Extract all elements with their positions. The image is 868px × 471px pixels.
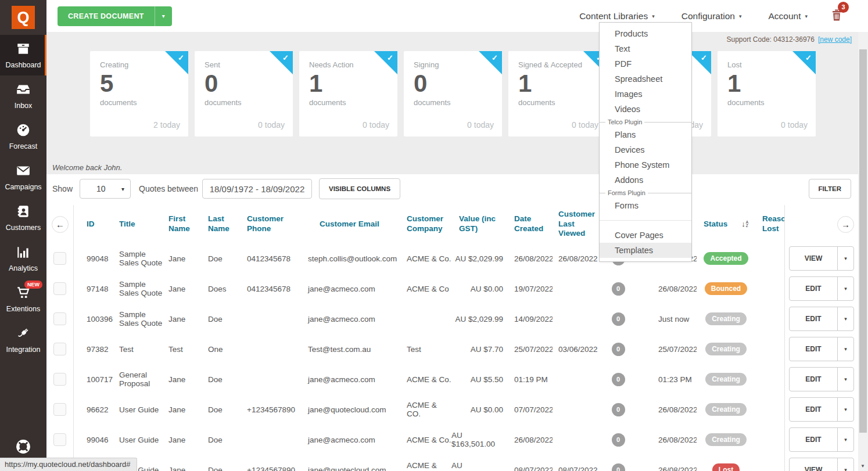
date-range-input[interactable] — [202, 179, 312, 199]
page-size-select[interactable]: 10 ▾ — [80, 179, 131, 199]
quotecloud-logo[interactable]: Q — [12, 6, 35, 29]
sidebar-item-customers[interactable]: Customers — [0, 197, 46, 238]
filter-button[interactable]: FILTER — [809, 179, 851, 199]
action-caret-icon[interactable]: ▾ — [838, 368, 853, 391]
vertical-scrollbar[interactable]: ▼ — [858, 32, 868, 471]
row-checkbox[interactable] — [53, 343, 66, 355]
card-today-count: 2 today — [153, 120, 180, 130]
row-checkbox[interactable] — [53, 252, 66, 265]
status-badge: Bounced — [705, 282, 747, 295]
action-caret-icon[interactable]: ▾ — [838, 337, 853, 361]
sidebar-item-campaigns[interactable]: Campaigns — [0, 157, 46, 197]
menu-item-plans[interactable]: Plans — [600, 127, 691, 142]
action-caret-icon[interactable]: ▾ — [838, 398, 853, 421]
action-caret-icon[interactable]: ▾ — [838, 307, 853, 330]
status-card-signed-accepted[interactable]: ✓Signed & Accepted1documents0 today — [508, 51, 607, 136]
menu-item-devices[interactable]: Devices — [600, 142, 691, 157]
cell-last-name: Doe — [203, 394, 240, 425]
status-card-creating[interactable]: ✓Creating5documents2 today — [90, 51, 188, 136]
row-checkbox[interactable] — [53, 433, 66, 446]
menu-item-forms[interactable]: Forms — [600, 198, 691, 213]
nav-configuration[interactable]: Configuration▾ — [682, 11, 742, 21]
action-button-label[interactable]: EDIT — [790, 368, 838, 391]
column-header-customer-email[interactable]: Customer Email — [305, 205, 398, 243]
cell-company: Test — [398, 334, 451, 364]
sidebar-item-inbox[interactable]: Inbox — [0, 75, 46, 116]
checkmark-icon: ✓ — [178, 53, 184, 62]
sidebar-item-analytics[interactable]: Analytics — [0, 238, 46, 279]
menu-item-text[interactable]: Text — [600, 41, 691, 56]
status-card-needs-action[interactable]: ✓Needs Action1documents0 today — [299, 51, 397, 136]
action-button-label[interactable]: EDIT — [790, 277, 838, 300]
menu-item-videos[interactable]: Videos — [600, 102, 691, 117]
sort-icon[interactable]: ↓AZ — [741, 220, 748, 229]
sidebar-item-integration[interactable]: Integration — [0, 319, 46, 360]
nav-account[interactable]: Account▾ — [768, 11, 808, 21]
edit-button[interactable]: EDIT▾ — [789, 397, 854, 422]
row-checkbox[interactable] — [53, 403, 66, 416]
cell-actions: EDIT▾ — [784, 334, 858, 364]
edit-button[interactable]: EDIT▾ — [789, 307, 854, 331]
sidebar-item-dashboard[interactable]: Dashboard — [0, 35, 46, 75]
view-button[interactable]: VIEW▾ — [789, 246, 854, 271]
edit-button[interactable]: EDIT▾ — [789, 427, 854, 452]
trash-button[interactable]: 3 — [830, 8, 844, 25]
column-header-first-name[interactable]: First Name — [164, 205, 203, 243]
scroll-left-button[interactable]: ← — [52, 216, 69, 233]
create-document-button[interactable]: CREATE DOCUMENT ▾ — [58, 6, 172, 26]
view-button[interactable]: VIEW▾ — [789, 458, 854, 471]
scrollbar-down-arrow-icon[interactable]: ▼ — [860, 463, 865, 469]
column-header-customer-company[interactable]: Customer Company — [398, 205, 451, 243]
action-caret-icon[interactable]: ▾ — [838, 277, 853, 300]
menu-item-phone-system[interactable]: Phone System — [600, 157, 691, 172]
edit-button[interactable]: EDIT▾ — [789, 276, 854, 301]
cell-status: Creating — [697, 334, 755, 364]
status-card-lost[interactable]: ✓Lost1documents0 today — [718, 51, 816, 136]
menu-item-spreadsheet[interactable]: Spreadsheet — [600, 71, 691, 87]
sidebar-item-extentions[interactable]: ExtentionsNEW — [0, 279, 46, 319]
sidebar-item-label: Integration — [6, 346, 40, 354]
menu-item-cover-pages[interactable]: Cover Pages — [600, 228, 691, 243]
nav-content-libraries[interactable]: Content Libraries▾ — [579, 11, 655, 21]
create-document-caret-icon[interactable]: ▾ — [155, 6, 172, 26]
row-checkbox[interactable] — [53, 373, 66, 386]
action-button-label[interactable]: EDIT — [790, 337, 838, 361]
action-button-label[interactable]: VIEW — [790, 247, 838, 270]
action-button-label[interactable]: EDIT — [790, 307, 838, 330]
action-caret-icon[interactable]: ▾ — [838, 428, 853, 451]
column-header-customer-last-viewed[interactable]: Customer Last Viewed — [553, 205, 598, 243]
scroll-right-button[interactable]: → — [837, 216, 854, 233]
action-caret-icon[interactable]: ▾ — [838, 247, 853, 270]
edit-button[interactable]: EDIT▾ — [789, 367, 854, 391]
cell-title: General Proposal — [113, 364, 164, 394]
action-caret-icon[interactable]: ▾ — [838, 458, 853, 471]
cell-opens: 0 — [598, 425, 639, 455]
cell-first-name: Test — [164, 334, 203, 364]
status-card-signing[interactable]: ✓Signing0documents0 today — [404, 51, 502, 136]
row-checkbox[interactable] — [53, 312, 66, 325]
column-header-date-created[interactable]: Date Created — [505, 205, 553, 243]
action-button-label[interactable]: EDIT — [790, 428, 838, 451]
row-checkbox[interactable] — [53, 282, 66, 295]
menu-item-addons[interactable]: Addons — [600, 172, 691, 188]
column-header-reason-lost[interactable]: Reason Lost — [755, 205, 784, 243]
column-header-status[interactable]: Status↓AZ — [697, 205, 755, 243]
status-card-sent[interactable]: ✓Sent0documents0 today — [195, 51, 293, 136]
cell-value: AU $7.70 — [451, 334, 505, 364]
menu-item-products[interactable]: Products — [600, 26, 691, 41]
visible-columns-button[interactable]: VISIBLE COLUMNS — [319, 178, 400, 199]
column-header-id[interactable]: ID — [74, 205, 113, 243]
action-button-label[interactable]: VIEW — [790, 458, 838, 471]
action-button-label[interactable]: EDIT — [790, 398, 838, 421]
menu-item-pdf[interactable]: PDF — [600, 56, 691, 71]
new-code-link[interactable]: [new code] — [818, 35, 852, 44]
sidebar-item-forecast[interactable]: Forecast — [0, 116, 46, 157]
column-header-title[interactable]: Title — [113, 205, 164, 243]
edit-button[interactable]: EDIT▾ — [789, 337, 854, 361]
column-header-customer-phone[interactable]: Customer Phone — [240, 205, 305, 243]
scrollbar-thumb[interactable] — [859, 49, 867, 433]
menu-item-images[interactable]: Images — [600, 87, 691, 102]
column-header-value-inc-gst[interactable]: Value (inc GST) — [451, 205, 505, 243]
column-header-last-name[interactable]: Last Name — [203, 205, 240, 243]
menu-item-templates[interactable]: Templates — [600, 243, 691, 258]
